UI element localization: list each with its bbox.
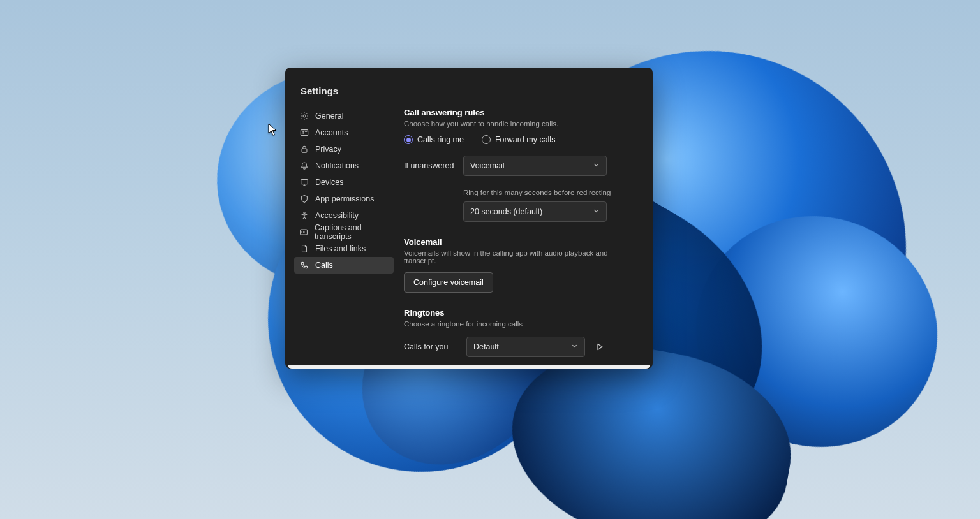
voicemail-heading: Voicemail — [404, 237, 640, 247]
select-value: Default — [473, 342, 499, 351]
gear-icon — [299, 112, 309, 121]
ringtones-heading: Ringtones — [404, 308, 640, 318]
calls-for-you-select[interactable]: Default — [466, 337, 585, 357]
ring-duration-label: Ring for this many seconds before redire… — [463, 189, 640, 196]
sidebar-item-label: App permissions — [315, 194, 374, 203]
svg-rect-4 — [301, 180, 308, 184]
radio-label: Forward my calls — [495, 135, 555, 144]
sidebar-item-general[interactable]: General — [294, 108, 394, 124]
ringtones-desc: Choose a ringtone for incoming calls — [404, 320, 640, 328]
sidebar-item-label: Accounts — [315, 128, 348, 137]
select-value: Voicemail — [470, 161, 505, 170]
svg-rect-3 — [302, 149, 307, 152]
monitor-icon — [299, 178, 309, 187]
settings-window: Settings General Accounts Privacy — [285, 68, 653, 369]
shield-icon — [299, 194, 309, 204]
sidebar-item-captions[interactable]: Captions and transcripts — [294, 224, 394, 240]
captions-icon — [299, 228, 308, 237]
svg-point-0 — [303, 115, 306, 117]
call-answering-heading: Call answering rules — [404, 108, 640, 117]
radio-unselected-icon — [482, 135, 491, 144]
sidebar-item-label: Accessibility — [315, 211, 359, 220]
sidebar-item-files[interactable]: Files and links — [294, 240, 394, 257]
id-card-icon — [299, 128, 309, 138]
svg-point-5 — [303, 212, 304, 213]
settings-sidebar: General Accounts Privacy Notifications — [285, 108, 399, 369]
radio-calls-ring-me[interactable]: Calls ring me — [404, 135, 464, 144]
phone-icon — [299, 261, 309, 270]
window-title: Settings — [285, 68, 653, 108]
sidebar-item-label: General — [315, 112, 343, 121]
sidebar-item-label: Devices — [315, 178, 343, 187]
call-answering-desc: Choose how you want to handle incoming c… — [404, 120, 640, 128]
sidebar-item-label: Files and links — [315, 244, 366, 253]
sidebar-item-app-permissions[interactable]: App permissions — [294, 191, 394, 207]
chevron-down-icon — [593, 207, 600, 216]
button-label: Configure voicemail — [413, 278, 484, 287]
sidebar-item-label: Notifications — [315, 161, 359, 170]
sidebar-item-label: Captions and transcripts — [315, 223, 389, 241]
sidebar-item-devices[interactable]: Devices — [294, 174, 394, 191]
lock-icon — [299, 145, 309, 154]
settings-content: Call answering rules Choose how you want… — [399, 108, 653, 369]
sidebar-item-accessibility[interactable]: Accessibility — [294, 207, 394, 224]
sidebar-item-notifications[interactable]: Notifications — [294, 157, 394, 174]
ring-duration-select[interactable]: 20 seconds (default) — [463, 201, 607, 222]
chevron-down-icon — [571, 342, 578, 351]
if-unanswered-select[interactable]: Voicemail — [463, 156, 607, 176]
chevron-down-icon — [593, 161, 600, 170]
sidebar-item-accounts[interactable]: Accounts — [294, 124, 394, 141]
svg-point-2 — [302, 131, 303, 133]
radio-selected-icon — [404, 135, 413, 144]
sidebar-item-privacy[interactable]: Privacy — [294, 141, 394, 157]
radio-forward-calls[interactable]: Forward my calls — [482, 135, 555, 144]
sidebar-item-calls[interactable]: Calls — [294, 257, 394, 274]
if-unanswered-label: If unanswered — [404, 161, 463, 170]
play-icon — [595, 342, 604, 351]
play-ringtone-button[interactable] — [594, 341, 605, 353]
select-value: 20 seconds (default) — [470, 207, 542, 216]
sidebar-item-label: Calls — [315, 261, 333, 270]
radio-label: Calls ring me — [417, 135, 464, 144]
voicemail-desc: Voicemails will show in the calling app … — [404, 249, 640, 265]
file-icon — [299, 244, 309, 254]
configure-voicemail-button[interactable]: Configure voicemail — [404, 272, 493, 293]
calls-for-you-label: Calls for you — [404, 342, 466, 351]
bell-icon — [299, 161, 309, 171]
accessibility-icon — [299, 211, 309, 221]
sidebar-item-label: Privacy — [315, 145, 341, 154]
